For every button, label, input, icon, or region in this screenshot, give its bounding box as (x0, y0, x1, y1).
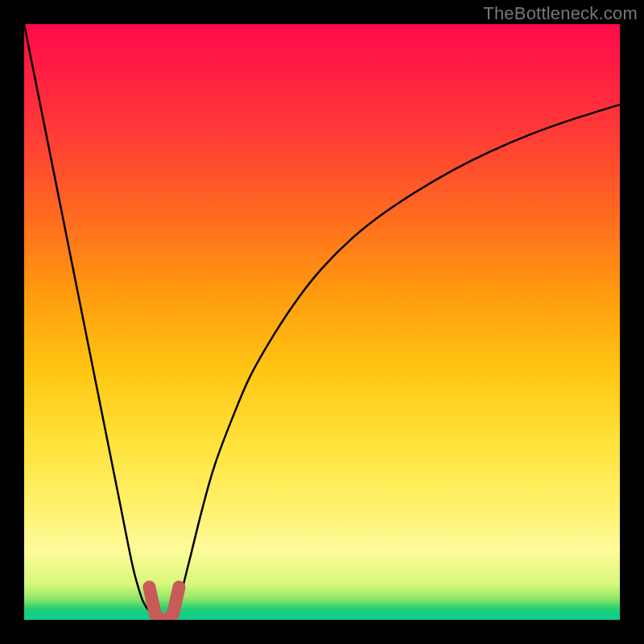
valley-marker (149, 587, 179, 620)
curve-left-branch (24, 24, 161, 620)
plot-area (24, 24, 620, 620)
chart-frame: TheBottleneck.com (0, 0, 644, 644)
watermark-text: TheBottleneck.com (483, 3, 638, 24)
curve-right-branch (173, 105, 620, 620)
curve-layer (24, 24, 620, 620)
